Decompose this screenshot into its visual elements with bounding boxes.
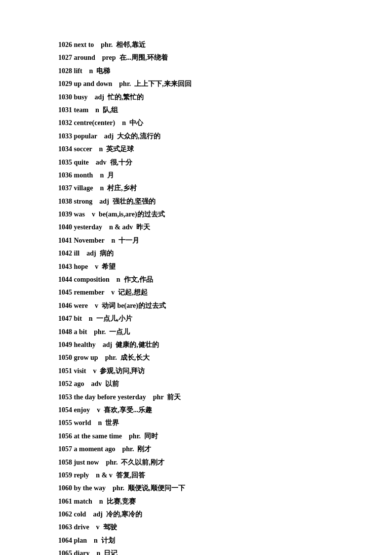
list-item: 1044 composition n 作文,作品	[58, 274, 334, 285]
list-item: 1046 were v 动词 be(are)的过去式	[58, 300, 334, 311]
entry-line: 1051 visit v 参观,访问,拜访	[58, 366, 145, 377]
entry-line: 1026 next to phr. 相邻,靠近	[58, 40, 146, 50]
entry-line: 1041 November n 十一月	[58, 235, 139, 246]
entry-line: 1050 grow up phr. 成长,长大	[58, 352, 150, 363]
list-item: 1028 lift n 电梯	[58, 66, 334, 77]
list-item: 1052 ago adv 以前	[58, 379, 334, 389]
entry-line: 1060 by the way phr. 顺便说,顺便问一下	[58, 483, 185, 494]
entry-line: 1036 month n 月	[58, 170, 114, 181]
entry-line: 1057 a moment ago phr. 刚才	[58, 444, 152, 455]
entry-line: 1034 soccer n 英式足球	[58, 144, 134, 155]
list-item: 1057 a moment ago phr. 刚才	[58, 444, 334, 455]
entry-line: 1056 at the same time phr. 同时	[58, 431, 158, 442]
entry-line: 1035 quite adv 很,十分	[58, 157, 132, 168]
list-item: 1058 just now phr. 不久以前,刚才	[58, 457, 334, 468]
list-item: 1043 hope v 希望	[58, 261, 334, 272]
list-item: 1060 by the way phr. 顺便说,顺便问一下	[58, 483, 334, 494]
entry-line: 1029 up and down phr. 上上下下,来来回回	[58, 79, 192, 89]
list-item: 1036 month n 月	[58, 170, 334, 181]
entry-line: 1052 ago adv 以前	[58, 379, 119, 389]
entry-line: 1054 enjoy v 喜欢,享受...乐趣	[58, 405, 152, 416]
entry-line: 1046 were v 动词 be(are)的过去式	[58, 300, 166, 311]
list-item: 1032 centre(center) n 中心	[58, 118, 334, 128]
list-item: 1039 was v be(am,is,are)的过去式	[58, 209, 334, 220]
list-item: 1041 November n 十一月	[58, 235, 334, 246]
list-item: 1064 plan n 计划	[58, 535, 334, 546]
entry-line: 1048 a bit phr. 一点儿	[58, 327, 130, 338]
entry-line: 1061 match n 比赛,竞赛	[58, 496, 136, 507]
list-item: 1035 quite adv 很,十分	[58, 157, 334, 168]
entry-line: 1059 reply n & v 答复,回答	[58, 470, 145, 481]
list-item: 1061 match n 比赛,竞赛	[58, 496, 334, 507]
entry-line: 1031 team n 队,组	[58, 105, 118, 116]
entry-line: 1032 centre(center) n 中心	[58, 118, 143, 128]
list-item: 1065 diary n 日记	[58, 548, 334, 555]
entry-line: 1045 remember v 记起,想起	[58, 287, 148, 298]
entry-line: 1062 cold adj 冷的,寒冷的	[58, 509, 142, 520]
entry-line: 1058 just now phr. 不久以前,刚才	[58, 457, 164, 468]
vocabulary-list: 1026 next to phr. 相邻,靠近1027 around prep …	[58, 40, 334, 555]
entry-line: 1037 village n 村庄,乡村	[58, 183, 137, 194]
list-item: 1030 busy adj 忙的,繁忙的	[58, 92, 334, 103]
list-item: 1029 up and down phr. 上上下下,来来回回	[58, 79, 334, 89]
entry-line: 1028 lift n 电梯	[58, 66, 110, 77]
list-item: 1055 world n 世界	[58, 418, 334, 428]
entry-line: 1027 around prep 在...周围,环绕着	[58, 52, 168, 63]
list-item: 1045 remember v 记起,想起	[58, 287, 334, 298]
entry-line: 1043 hope v 希望	[58, 261, 116, 272]
list-item: 1049 healthy adj 健康的,健壮的	[58, 340, 334, 350]
entry-line: 1038 strong adj 强壮的,坚强的	[58, 196, 156, 207]
list-item: 1026 next to phr. 相邻,靠近	[58, 40, 334, 50]
entry-line: 1039 was v be(am,is,are)的过去式	[58, 209, 165, 220]
list-item: 1038 strong adj 强壮的,坚强的	[58, 196, 334, 207]
entry-line: 1030 busy adj 忙的,繁忙的	[58, 92, 144, 103]
list-item: 1056 at the same time phr. 同时	[58, 431, 334, 442]
list-item: 1031 team n 队,组	[58, 105, 334, 116]
entry-line: 1044 composition n 作文,作品	[58, 274, 153, 285]
list-item: 1050 grow up phr. 成长,长大	[58, 352, 334, 363]
list-item: 1053 the day before yesterday phr 前天	[58, 392, 334, 403]
entry-line: 1047 bit n 一点儿,小片	[58, 313, 132, 324]
entry-line: 1053 the day before yesterday phr 前天	[58, 392, 181, 403]
entry-line: 1064 plan n 计划	[58, 535, 115, 546]
entry-line: 1033 popular adj 大众的,流行的	[58, 131, 160, 142]
entry-line: 1055 world n 世界	[58, 418, 119, 428]
list-item: 1033 popular adj 大众的,流行的	[58, 131, 334, 142]
entry-line: 1065 diary n 日记	[58, 548, 118, 555]
entry-line: 1040 yesterday n & adv 昨天	[58, 222, 150, 233]
list-item: 1027 around prep 在...周围,环绕着	[58, 52, 334, 63]
list-item: 1048 a bit phr. 一点儿	[58, 327, 334, 338]
list-item: 1037 village n 村庄,乡村	[58, 183, 334, 194]
list-item: 1047 bit n 一点儿,小片	[58, 313, 334, 324]
list-item: 1040 yesterday n & adv 昨天	[58, 222, 334, 233]
list-item: 1063 drive v 驾驶	[58, 522, 334, 533]
list-item: 1042 ill adj 病的	[58, 248, 334, 259]
list-item: 1062 cold adj 冷的,寒冷的	[58, 509, 334, 520]
entry-line: 1042 ill adj 病的	[58, 248, 114, 259]
list-item: 1034 soccer n 英式足球	[58, 144, 334, 155]
list-item: 1059 reply n & v 答复,回答	[58, 470, 334, 481]
entry-line: 1049 healthy adj 健康的,健壮的	[58, 340, 159, 350]
list-item: 1051 visit v 参观,访问,拜访	[58, 366, 334, 377]
list-item: 1054 enjoy v 喜欢,享受...乐趣	[58, 405, 334, 416]
entry-line: 1063 drive v 驾驶	[58, 522, 117, 533]
